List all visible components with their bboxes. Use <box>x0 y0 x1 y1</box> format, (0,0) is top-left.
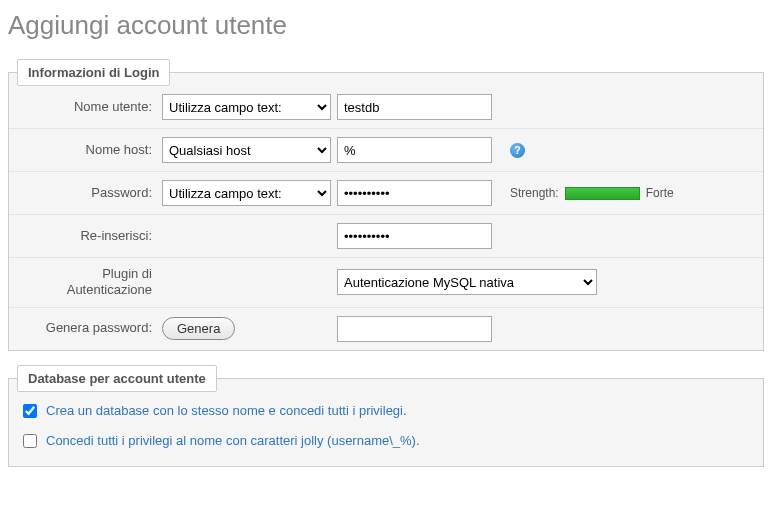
label-username: Nome utente: <box>17 99 162 115</box>
generate-output[interactable] <box>337 316 492 342</box>
strength-value: Forte <box>646 186 674 200</box>
login-info-legend: Informazioni di Login <box>17 59 170 86</box>
strength-bar <box>565 187 640 200</box>
createdb-checkbox[interactable] <box>23 404 37 418</box>
createdb-label[interactable]: Crea un database con lo stesso nome e co… <box>46 403 407 418</box>
row-grantwildcard: Concedi tutti i privilegi al nome con ca… <box>19 426 753 456</box>
row-repassword: Re-inserisci: <box>9 215 763 258</box>
row-username: Nome utente: Utilizza campo text: <box>9 86 763 129</box>
label-repassword: Re-inserisci: <box>17 228 162 244</box>
page-title: Aggiungi account utente <box>8 10 764 41</box>
hostname-input[interactable] <box>337 137 492 163</box>
authplugin-select[interactable]: Autenticazione MySQL nativa <box>337 269 597 295</box>
row-generate: Genera password: Genera <box>9 308 763 350</box>
label-password: Password: <box>17 185 162 201</box>
grantwildcard-label[interactable]: Concedi tutti i privilegi al nome con ca… <box>46 433 420 448</box>
password-input[interactable] <box>337 180 492 206</box>
username-input[interactable] <box>337 94 492 120</box>
grantwildcard-checkbox[interactable] <box>23 434 37 448</box>
help-icon[interactable]: ? <box>510 143 525 158</box>
db-legend: Database per account utente <box>17 365 217 392</box>
generate-button[interactable]: Genera <box>162 317 235 340</box>
password-type-select[interactable]: Utilizza campo text: <box>162 180 331 206</box>
repassword-input[interactable] <box>337 223 492 249</box>
db-fieldset: Database per account utente Crea un data… <box>8 365 764 467</box>
row-createdb: Crea un database con lo stesso nome e co… <box>19 396 753 426</box>
username-type-select[interactable]: Utilizza campo text: <box>162 94 331 120</box>
row-authplugin: Plugin di Autenticazione Autenticazione … <box>9 258 763 308</box>
login-info-fieldset: Informazioni di Login Nome utente: Utili… <box>8 59 764 351</box>
hostname-type-select[interactable]: Qualsiasi host <box>162 137 331 163</box>
label-authplugin: Plugin di Autenticazione <box>17 266 162 299</box>
label-hostname: Nome host: <box>17 142 162 158</box>
row-password: Password: Utilizza campo text: Strength:… <box>9 172 763 215</box>
strength-label: Strength: <box>510 186 559 200</box>
label-generate: Genera password: <box>17 320 162 336</box>
row-hostname: Nome host: Qualsiasi host ? <box>9 129 763 172</box>
